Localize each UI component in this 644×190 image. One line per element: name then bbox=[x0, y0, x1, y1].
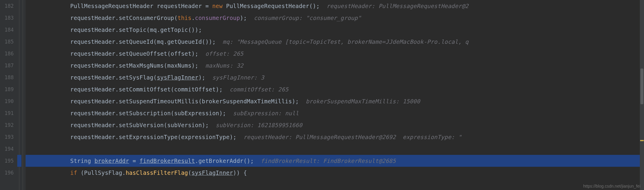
code-line[interactable]: requestHeader.setCommitOffset(commitOffs… bbox=[26, 83, 644, 95]
line-number: 196 bbox=[0, 167, 14, 179]
inline-hint: subVersion: 1621859951660 bbox=[209, 122, 302, 128]
line-number: 182 bbox=[0, 0, 14, 12]
code-text: = bbox=[129, 158, 140, 164]
code-text: requestHeader.setSubVersion(subVersion); bbox=[70, 122, 209, 128]
variable-ref: sysFlagInner bbox=[157, 74, 198, 81]
variable-ref: findBrokerResult bbox=[140, 158, 195, 164]
inline-hint: brokerSuspendMaxTimeMillis: 15000 bbox=[299, 98, 420, 105]
code-line[interactable]: PullMessageRequestHeader requestHeader =… bbox=[26, 0, 644, 12]
keyword-this: this bbox=[178, 15, 192, 21]
line-number: 190 bbox=[0, 95, 14, 107]
line-number-gutter: 182 183 184 185 186 187 188 189 190 191 … bbox=[0, 0, 17, 190]
line-number: 186 bbox=[0, 48, 14, 60]
fold-guide bbox=[23, 0, 23, 190]
code-line[interactable]: requestHeader.setSubscription(subExpress… bbox=[26, 107, 644, 119]
code-line[interactable]: requestHeader.setTopic(mq.getTopic()); bbox=[26, 24, 644, 36]
code-text: PullMessageRequestHeader(); bbox=[223, 3, 320, 9]
keyword-if: if bbox=[70, 169, 77, 176]
inline-hint: mq: "MessageQueue [topic=TopicTest, brok… bbox=[216, 38, 469, 45]
code-line[interactable]: requestHeader.setConsumerGroup(this.cons… bbox=[26, 12, 644, 24]
line-number: 185 bbox=[0, 36, 14, 48]
code-text: requestHeader.setSysFlag( bbox=[70, 74, 157, 81]
line-number: 187 bbox=[0, 60, 14, 71]
code-text: PullMessageRequestHeader requestHeader = bbox=[70, 3, 212, 9]
inline-hint: requestHeader: PullMessageRequestHeader@… bbox=[320, 3, 468, 9]
watermark-text: https://blog.csdn.net/jianjun_fei bbox=[583, 184, 640, 188]
inline-hint: consumerGroup: "consumer_group" bbox=[247, 15, 361, 21]
fold-gutter[interactable] bbox=[17, 0, 26, 190]
code-line[interactable]: requestHeader.setSysFlag(sysFlagInner); … bbox=[26, 71, 644, 83]
line-number: 183 bbox=[0, 12, 14, 24]
code-text: (PullSysFlag. bbox=[77, 169, 126, 176]
line-number: 195 bbox=[0, 155, 14, 167]
inline-hint: findBrokerResult: FindBrokerResult@2685 bbox=[254, 158, 396, 164]
code-line[interactable]: requestHeader.setMaxMsgNums(maxNums); ma… bbox=[26, 60, 644, 71]
inline-hint: offset: 265 bbox=[198, 50, 243, 57]
code-editor[interactable]: 182 183 184 185 186 187 188 189 190 191 … bbox=[0, 0, 644, 190]
keyword-new: new bbox=[212, 3, 223, 9]
code-text: .getBrokerAddr(); bbox=[195, 158, 254, 164]
inline-hint: requestHeader: PullMessageRequestHeader@… bbox=[237, 134, 462, 140]
code-text: requestHeader.setTopic(mq.getTopic()); bbox=[70, 27, 202, 33]
code-text: ); bbox=[240, 15, 247, 21]
code-line-blank[interactable] bbox=[26, 143, 644, 155]
line-number: 188 bbox=[0, 71, 14, 83]
code-text: requestHeader.setExpressionType(expressi… bbox=[70, 134, 237, 140]
code-text: ( bbox=[188, 169, 192, 176]
code-text: )) { bbox=[233, 169, 247, 176]
code-text: . bbox=[191, 15, 195, 21]
code-line-current[interactable]: String brokerAddr = findBrokerResult.get… bbox=[26, 155, 644, 167]
line-number: 193 bbox=[0, 131, 14, 143]
static-method: hasClassFilterFlag bbox=[126, 169, 188, 176]
field-ref: consumerGroup bbox=[195, 15, 240, 21]
variable-decl: brokerAddr bbox=[94, 158, 129, 164]
code-line[interactable]: requestHeader.setQueueOffset(offset); of… bbox=[26, 48, 644, 60]
code-text: requestHeader.setMaxMsgNums(maxNums); bbox=[70, 62, 198, 69]
code-line[interactable]: requestHeader.setSubVersion(subVersion);… bbox=[26, 119, 644, 131]
code-text: requestHeader.setSuspendTimeoutMillis(br… bbox=[70, 98, 299, 105]
line-number: 192 bbox=[0, 119, 14, 131]
code-text: requestHeader.setQueueId(mq.getQueueId()… bbox=[70, 38, 216, 45]
line-number: 191 bbox=[0, 107, 14, 119]
code-line[interactable]: requestHeader.setExpressionType(expressi… bbox=[26, 131, 644, 143]
current-line-marker bbox=[17, 155, 21, 167]
line-number: 189 bbox=[0, 83, 14, 95]
code-line[interactable]: if (PullSysFlag.hasClassFilterFlag(sysFl… bbox=[26, 167, 644, 179]
code-area[interactable]: PullMessageRequestHeader requestHeader =… bbox=[26, 0, 644, 190]
variable-ref: sysFlagInner bbox=[191, 169, 233, 176]
inline-hint: sysFlagInner: 3 bbox=[205, 74, 264, 81]
code-text: requestHeader.setSubscription(subExpress… bbox=[70, 110, 226, 116]
code-text: requestHeader.setQueueOffset(offset); bbox=[70, 50, 198, 57]
warning-marker[interactable] bbox=[640, 140, 644, 141]
code-line[interactable]: requestHeader.setSuspendTimeoutMillis(br… bbox=[26, 95, 644, 107]
code-text: ); bbox=[198, 74, 205, 81]
code-text: requestHeader.setCommitOffset(commitOffs… bbox=[70, 86, 223, 93]
inline-hint: commitOffset: 265 bbox=[223, 86, 288, 93]
scrollbar-thumb[interactable] bbox=[640, 68, 643, 104]
code-text: requestHeader.setConsumerGroup( bbox=[70, 15, 178, 21]
code-line[interactable]: requestHeader.setQueueId(mq.getQueueId()… bbox=[26, 36, 644, 48]
line-number: 184 bbox=[0, 24, 14, 36]
code-text: String bbox=[70, 158, 94, 164]
inline-hint: maxNums: 32 bbox=[198, 62, 243, 69]
vertical-scrollbar[interactable] bbox=[640, 0, 644, 190]
line-number: 194 bbox=[0, 143, 14, 155]
inline-hint: subExpression: null bbox=[226, 110, 299, 116]
